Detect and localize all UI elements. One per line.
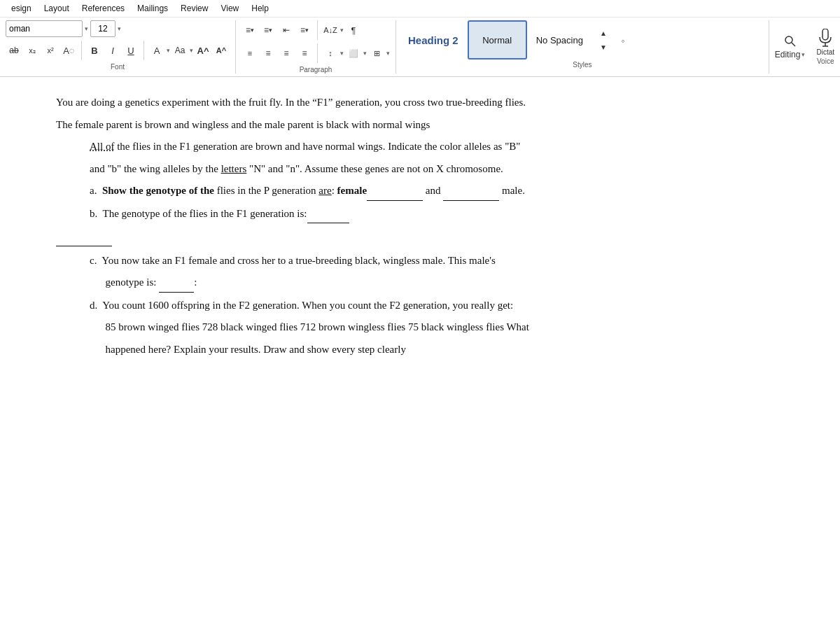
font-size-chevron[interactable]: ▾ (118, 25, 121, 32)
paragraph-2: The female parent is brown and wingless … (56, 116, 784, 134)
font-name-input[interactable] (6, 20, 83, 37)
subscript-button[interactable]: x₂ (24, 42, 41, 59)
list-number-button[interactable]: ≡▾ (260, 22, 276, 38)
paragraph-3: All of the flies in the F1 generation ar… (90, 138, 784, 156)
bold-button[interactable]: B (86, 42, 103, 59)
dictate-label: Dictat (816, 48, 834, 56)
para-divider2 (317, 43, 318, 63)
paragraph-8c: happened here? Explain your results. Dra… (90, 341, 784, 359)
nospacing-preview: No Spacing (536, 35, 583, 46)
svg-point-0 (785, 36, 792, 43)
shading-chevron[interactable]: ▾ (363, 50, 367, 57)
menu-references[interactable]: References (76, 1, 130, 15)
paragraph-7b: genotype is: : (90, 274, 784, 293)
editing-chevron[interactable]: ▾ (802, 51, 805, 58)
paragraph-4: and "b" the wing alleles by the letters … (90, 160, 784, 178)
indent-increase-button[interactable]: ≡▾ (296, 22, 313, 38)
style-normal[interactable]: Normal (468, 20, 527, 59)
menu-bar: esign Layout References Mailings Review … (0, 0, 840, 17)
paragraph-label: Paragraph (241, 66, 390, 74)
line-spacing-button[interactable]: ↕ (322, 45, 339, 62)
borders-chevron[interactable]: ▾ (386, 50, 390, 57)
font-group: ▾ ▾ ab x₂ x² A◌ B I U A ▾ (0, 20, 236, 74)
menu-view[interactable]: View (215, 1, 244, 15)
shading-button[interactable]: ⬜ (345, 45, 362, 62)
heading2-preview: Heading 2 (408, 34, 458, 46)
indent-decrease-button[interactable]: ⇤ (278, 22, 295, 38)
paragraph-8: d. You count 1600 offspring in the F2 ge… (90, 297, 784, 315)
dictate-button[interactable]: Dictat (816, 29, 834, 56)
styles-group: Heading 2 Normal No Spacing ▲ ▼ ⬦ Styles (396, 20, 769, 74)
paragraph-7: c. You now take an F1 female and cross h… (90, 252, 784, 270)
font-name-chevron[interactable]: ▾ (85, 25, 88, 32)
document-content: You are doing a genetics experiment with… (0, 77, 840, 379)
sort-chevron[interactable]: ▾ (340, 27, 344, 34)
align-left-button[interactable]: ≡ (241, 45, 258, 62)
voice-group: Dictat Voice (811, 20, 840, 74)
styles-expand[interactable]: ⬦ (615, 27, 631, 52)
editing-label-area[interactable]: Editing ▾ (775, 50, 806, 59)
font-color-chevron[interactable]: ▾ (167, 47, 170, 54)
divider2 (144, 41, 144, 60)
editing-group: Editing ▾ (769, 20, 811, 74)
style-nospacing[interactable]: No Spacing (530, 20, 589, 59)
underline-button[interactable]: U (122, 42, 139, 59)
styles-label: Styles (402, 61, 763, 69)
normal-preview: Normal (482, 35, 512, 46)
microphone-icon (818, 29, 832, 48)
line-spacing-chevron[interactable]: ▾ (340, 50, 344, 57)
shrink-font-button[interactable]: A^ (213, 42, 230, 59)
menu-help[interactable]: Help (246, 1, 274, 15)
grow-font-button[interactable]: A^ (195, 42, 211, 59)
menu-esign[interactable]: esign (6, 1, 37, 15)
align-right-button[interactable]: ≡ (278, 45, 295, 62)
menu-layout[interactable]: Layout (38, 1, 75, 15)
styles-row: Heading 2 Normal No Spacing ▲ ▼ ⬦ (402, 20, 763, 59)
svg-rect-2 (822, 29, 828, 40)
paragraph-group: ≡▾ ≡▾ ⇤ ≡▾ A↓Z ▾ ¶ ≡ ≡ ≡ ≡ ↕ ▾ (236, 20, 396, 74)
para-divider (317, 20, 318, 40)
italic-button[interactable]: I (104, 42, 121, 59)
svg-line-1 (792, 43, 795, 46)
ribbon: ▾ ▾ ab x₂ x² A◌ B I U A ▾ (0, 17, 840, 76)
paragraph-6: b. The genotype of the flies in the F1 g… (90, 205, 784, 224)
paragraph-5: a. Show the genotype of the flies in the… (90, 182, 784, 201)
list-bullet-button[interactable]: ≡▾ (241, 22, 258, 38)
justify-button[interactable]: ≡ (296, 45, 313, 62)
blank-line (56, 246, 112, 246)
menu-review[interactable]: Review (175, 1, 214, 15)
aa-chevron[interactable]: ▾ (190, 47, 193, 54)
font-label: Font (6, 63, 230, 71)
style-heading2[interactable]: Heading 2 (402, 20, 465, 59)
align-center-button[interactable]: ≡ (260, 45, 276, 62)
voice-label: Voice (817, 57, 834, 65)
change-case-button[interactable]: Aa (172, 42, 188, 59)
search-icon (783, 34, 797, 48)
paragraph-8b: 85 brown winged flies 728 black winged f… (90, 318, 784, 337)
clear-format-button[interactable]: A◌ (60, 42, 77, 59)
font-size-input[interactable] (90, 20, 115, 37)
borders-button[interactable]: ⊞ (368, 45, 385, 62)
editing-label: Editing (775, 50, 801, 59)
superscript-button[interactable]: x² (42, 42, 59, 59)
strikethrough-button[interactable]: ab (6, 42, 22, 59)
sort-button[interactable]: A↓Z (322, 22, 339, 38)
styles-scroll-up[interactable]: ▲ (595, 27, 612, 39)
editing-dropdown[interactable] (783, 34, 797, 48)
styles-scroll-down[interactable]: ▼ (595, 41, 612, 53)
paragraph-1: You are doing a genetics experiment with… (56, 94, 784, 112)
divider (81, 41, 82, 60)
show-marks-button[interactable]: ¶ (345, 22, 362, 38)
menu-mailings[interactable]: Mailings (132, 1, 174, 15)
font-color-button[interactable]: A (148, 42, 165, 59)
